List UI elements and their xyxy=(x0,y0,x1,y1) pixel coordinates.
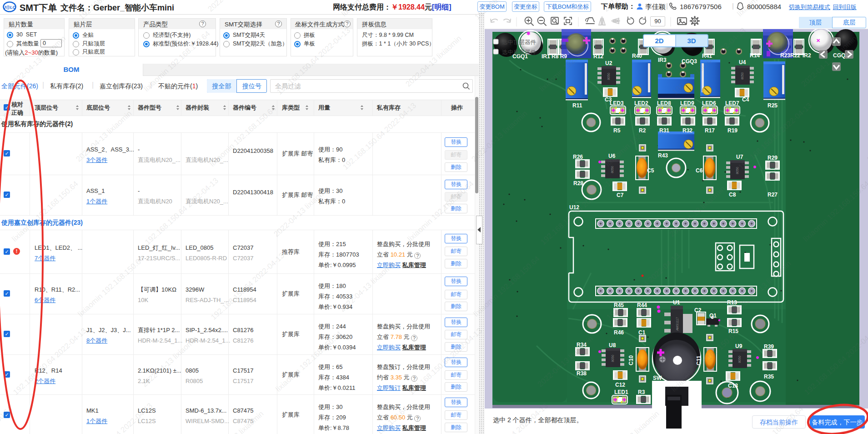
svg-text:C6: C6 xyxy=(696,167,703,174)
svg-text:U7: U7 xyxy=(736,154,743,160)
svg-text:2D: 2D xyxy=(655,37,663,45)
svg-text:R17: R17 xyxy=(705,127,715,134)
svg-text:R27: R27 xyxy=(768,192,778,198)
svg-text:C4: C4 xyxy=(742,96,749,103)
svg-text:R12: R12 xyxy=(593,53,603,60)
svg-text:C10: C10 xyxy=(628,355,634,365)
svg-text:R38: R38 xyxy=(577,370,587,377)
svg-text:AMS1117: AMS1117 xyxy=(676,317,679,331)
svg-text:R32: R32 xyxy=(682,127,692,134)
svg-text:R41: R41 xyxy=(702,53,712,59)
svg-text:U8: U8 xyxy=(609,342,616,348)
svg-text:C8: C8 xyxy=(729,192,736,198)
svg-text:Q1: Q1 xyxy=(709,313,717,319)
svg-text:SW: SW xyxy=(653,375,662,381)
svg-text:R23R22: R23R22 xyxy=(780,52,800,59)
svg-text:LED7: LED7 xyxy=(725,100,739,106)
svg-text:C7: C7 xyxy=(617,192,624,198)
svg-text:R29: R29 xyxy=(768,155,778,161)
svg-text:U9: U9 xyxy=(735,343,743,349)
svg-text:U6: U6 xyxy=(608,153,616,159)
svg-text:R5: R5 xyxy=(613,127,621,134)
svg-text:R19: R19 xyxy=(728,127,738,134)
svg-text:U2: U2 xyxy=(605,60,612,66)
svg-text:LED9: LED9 xyxy=(680,100,694,106)
svg-text:C5: C5 xyxy=(647,167,654,174)
svg-text:R15: R15 xyxy=(728,328,738,334)
svg-text:R11: R11 xyxy=(572,102,582,109)
svg-text:C2: C2 xyxy=(694,307,702,313)
svg-text:R46: R46 xyxy=(614,329,624,336)
svg-text:R45: R45 xyxy=(614,302,624,308)
svg-text:3D: 3D xyxy=(687,37,696,45)
svg-text:✱: ✱ xyxy=(527,31,531,36)
svg-text:R43: R43 xyxy=(658,152,668,159)
svg-text:C1: C1 xyxy=(638,329,646,336)
svg-text:R35: R35 xyxy=(764,373,774,380)
svg-text:R25: R25 xyxy=(768,102,778,109)
svg-text:U1: U1 xyxy=(673,299,680,306)
svg-text:选中底层器件: 选中底层器件 xyxy=(502,49,537,56)
svg-text:R44: R44 xyxy=(637,302,647,308)
svg-text:LED3: LED3 xyxy=(610,100,624,106)
svg-text:R28: R28 xyxy=(573,180,583,187)
svg-text:R39: R39 xyxy=(764,343,774,350)
svg-text:R2: R2 xyxy=(639,127,646,134)
svg-text:IR1 R8 R9: IR1 R8 R9 xyxy=(542,53,567,60)
svg-text:U12: U12 xyxy=(569,204,579,211)
svg-text:R31: R31 xyxy=(659,127,669,134)
svg-text:LED1: LED1 xyxy=(614,389,628,395)
svg-text:R14: R14 xyxy=(750,52,760,59)
svg-text:✕: ✕ xyxy=(816,38,820,43)
svg-text:R34: R34 xyxy=(577,342,587,348)
svg-text:C13: C13 xyxy=(728,383,738,389)
svg-text:LED6: LED6 xyxy=(702,100,716,106)
svg-text:IR2: IR2 xyxy=(803,52,811,59)
svg-text:U4: U4 xyxy=(739,59,746,66)
svg-text:IR3: IR3 xyxy=(658,57,667,63)
svg-text:R13: R13 xyxy=(727,299,737,306)
svg-text:LED8: LED8 xyxy=(657,100,671,106)
svg-text:C11: C11 xyxy=(696,355,702,365)
svg-text:R40: R40 xyxy=(632,53,642,59)
svg-text:CGQ3: CGQ3 xyxy=(682,58,697,65)
svg-text:R26: R26 xyxy=(573,154,583,160)
svg-text:R3: R3 xyxy=(638,389,645,395)
svg-text:LED2: LED2 xyxy=(634,100,648,106)
svg-text:选中顶层器件: 选中顶层器件 xyxy=(502,39,537,45)
svg-text:C12: C12 xyxy=(615,382,625,388)
svg-text:J@LC: J@LC xyxy=(4,5,15,10)
